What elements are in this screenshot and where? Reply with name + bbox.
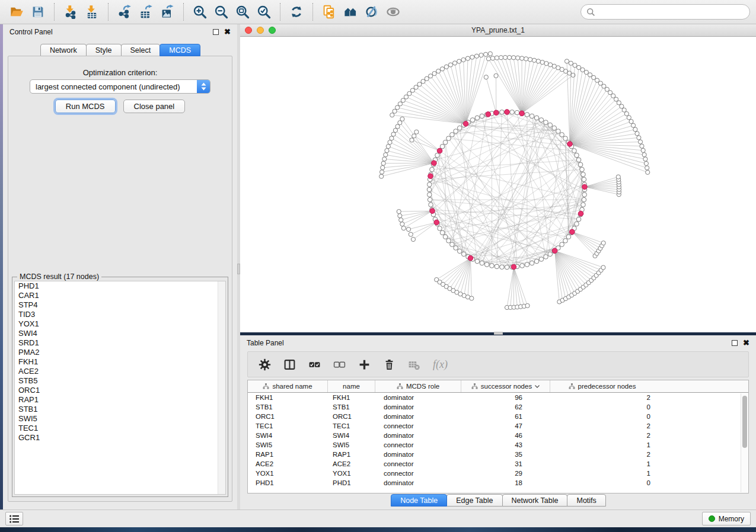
table-scrollbar[interactable] — [741, 393, 748, 492]
table-row[interactable]: RAP1RAP1dominator352 — [248, 450, 748, 459]
list-item[interactable]: TID3 — [15, 310, 225, 319]
list-item[interactable]: STB1 — [15, 405, 225, 414]
deselect-all-rows-icon[interactable] — [333, 358, 346, 371]
cell-name: ORC1 — [328, 413, 375, 420]
application-window: Control Panel ✖ Network Style Select MCD… — [0, 0, 756, 532]
tab-network[interactable]: Network — [40, 44, 87, 56]
run-mcds-button[interactable]: Run MCDS — [55, 100, 116, 113]
control-panel: Control Panel ✖ Network Style Select MCD… — [3, 24, 237, 509]
zoom-out-icon[interactable] — [210, 2, 232, 21]
column-header-predecessor-nodes[interactable]: predecessor nodes — [550, 380, 654, 392]
column-header-successor-nodes[interactable]: successor nodes — [461, 380, 550, 392]
export-image-icon[interactable] — [157, 2, 178, 21]
column-header-mcds-role[interactable]: MCDS role — [375, 380, 461, 392]
tab-node-table[interactable]: Node Table — [391, 494, 447, 507]
table-options-gear-icon[interactable] — [259, 358, 271, 371]
float-panel-icon[interactable] — [732, 340, 738, 346]
status-bar: Memory — [0, 509, 756, 527]
horizontal-splitter-grip[interactable] — [494, 332, 503, 335]
table-row[interactable]: ACE2ACE2connector311 — [248, 459, 748, 469]
column-header-name[interactable]: name — [328, 380, 375, 392]
zoom-in-icon[interactable] — [189, 2, 210, 21]
list-item[interactable]: ACE2 — [15, 367, 225, 376]
column-label: predecessor nodes — [578, 383, 636, 390]
search-network-icon[interactable] — [340, 2, 361, 21]
import-network-from-database-icon[interactable] — [318, 2, 340, 21]
toggle-graphics-details-icon[interactable] — [361, 2, 382, 21]
export-table-icon[interactable] — [135, 2, 157, 21]
export-network-icon[interactable] — [114, 2, 135, 21]
list-item[interactable]: TEC1 — [15, 424, 225, 433]
show-hide-view-icon[interactable] — [382, 2, 404, 21]
import-network-from-file-icon[interactable] — [60, 2, 81, 21]
table-row[interactable]: FKH1FKH1dominator962 — [248, 393, 748, 402]
zoom-fit-icon[interactable] — [232, 2, 253, 21]
cell-name: SWI5 — [328, 441, 375, 448]
tab-select[interactable]: Select — [121, 44, 161, 56]
memory-button[interactable]: Memory — [702, 512, 751, 525]
optimization-criterion-select[interactable]: largest connected component (undirected) — [30, 79, 210, 94]
list-item[interactable]: CAR1 — [15, 291, 225, 300]
list-item[interactable]: STP4 — [15, 300, 225, 310]
task-history-button[interactable] — [5, 512, 23, 525]
close-panel-button[interactable]: Close panel — [123, 100, 186, 113]
cell-predecessor-nodes: 1 — [550, 460, 654, 467]
float-panel-icon[interactable] — [213, 29, 219, 35]
cell-predecessor-nodes: 2 — [550, 451, 654, 458]
table-row[interactable]: PHD1PHD1dominator180 — [248, 478, 748, 488]
cell-name: TEC1 — [328, 422, 375, 430]
tab-edge-table[interactable]: Edge Table — [446, 494, 502, 507]
list-item[interactable]: SWI5 — [15, 414, 225, 424]
close-panel-icon[interactable]: ✖ — [224, 29, 231, 35]
table-row[interactable]: YOX1YOX1connector291 — [248, 469, 748, 478]
save-session-icon[interactable] — [27, 2, 49, 21]
column-header-shared-name[interactable]: shared name — [248, 380, 328, 392]
optimization-criterion-label: Optimization criterion: — [8, 68, 232, 77]
add-column-icon[interactable] — [358, 358, 371, 371]
tab-style[interactable]: Style — [86, 44, 122, 56]
close-panel-icon[interactable]: ✖ — [743, 340, 749, 346]
list-item[interactable]: PHD1 — [15, 281, 225, 291]
list-item[interactable]: YOX1 — [15, 319, 225, 329]
delete-table-icon[interactable] — [408, 358, 420, 371]
cell-successor-nodes: 43 — [461, 441, 550, 448]
network-window-titlebar[interactable]: YPA_prune.txt_1 — [240, 24, 756, 37]
list-item[interactable]: RAP1 — [15, 395, 225, 405]
cell-successor-nodes: 18 — [461, 479, 550, 486]
network-canvas[interactable] — [240, 37, 756, 332]
cell-mcds-role: dominator — [375, 451, 461, 458]
toolbar-separator — [54, 3, 55, 21]
table-row[interactable]: STB1STB1dominator620 — [248, 402, 748, 412]
memory-label: Memory — [719, 515, 744, 523]
function-builder-icon[interactable]: f(x) — [433, 358, 448, 371]
show-columns-icon[interactable] — [283, 358, 296, 371]
search-input[interactable] — [595, 8, 744, 16]
tab-motifs[interactable]: Motifs — [567, 494, 605, 507]
table-row[interactable]: SWI5SWI5connector431 — [248, 440, 748, 450]
list-scrollbar[interactable] — [218, 281, 225, 494]
list-item[interactable]: STB5 — [15, 376, 225, 386]
tab-mcds[interactable]: MCDS — [160, 44, 200, 56]
table-row[interactable]: SWI4SWI4dominator462 — [248, 431, 748, 440]
list-item[interactable]: GCR1 — [15, 433, 225, 443]
apply-preferred-layout-icon[interactable] — [286, 2, 307, 21]
tab-network-table[interactable]: Network Table — [502, 494, 568, 507]
zoom-selected-icon[interactable] — [253, 2, 275, 21]
list-item[interactable]: FKH1 — [15, 357, 225, 367]
toolbar-separator — [108, 3, 109, 21]
table-row[interactable]: ORC1ORC1dominator610 — [248, 412, 748, 421]
list-item[interactable]: PMA2 — [15, 348, 225, 357]
list-item[interactable]: ORC1 — [15, 386, 225, 395]
list-item[interactable]: SWI4 — [15, 329, 225, 338]
select-all-rows-icon[interactable] — [308, 358, 321, 371]
delete-column-trash-icon[interactable] — [383, 358, 395, 371]
scrollbar-thumb[interactable] — [742, 396, 747, 448]
cell-mcds-role: dominator — [375, 479, 461, 486]
main-toolbar — [0, 0, 756, 24]
cell-name: YOX1 — [328, 470, 375, 477]
open-session-icon[interactable] — [6, 2, 27, 21]
import-table-from-file-icon[interactable] — [81, 2, 103, 21]
cell-predecessor-nodes: 0 — [550, 403, 654, 411]
list-item[interactable]: SRD1 — [15, 338, 225, 348]
table-row[interactable]: TEC1TEC1connector472 — [248, 421, 748, 431]
